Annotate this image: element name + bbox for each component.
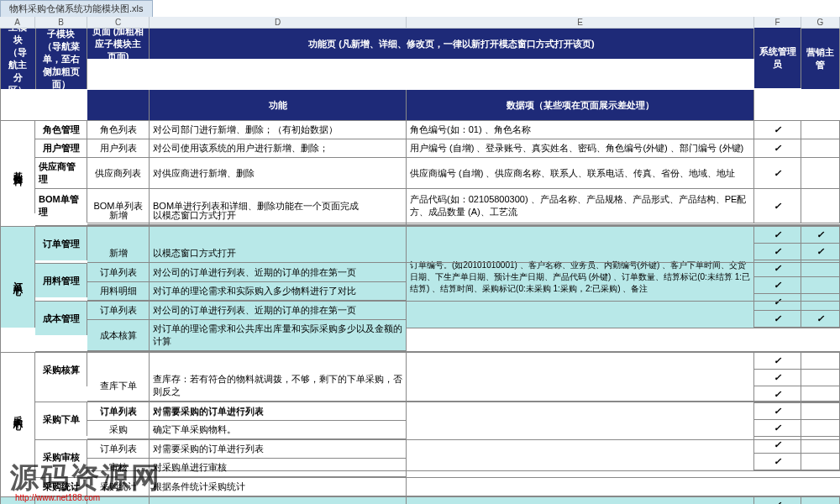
file-tab[interactable]: 物料采购仓储系统功能模块图.xls: [0, 0, 153, 17]
watermark-url: http://www.net188.com: [15, 493, 100, 502]
column-headers: ABCDEFG: [0, 17, 840, 29]
spreadsheet-grid: 主模块（导航主分区） 子模块（导航菜单，至右侧加粗页面） 页面 (加粗相应子模块…: [0, 29, 840, 504]
